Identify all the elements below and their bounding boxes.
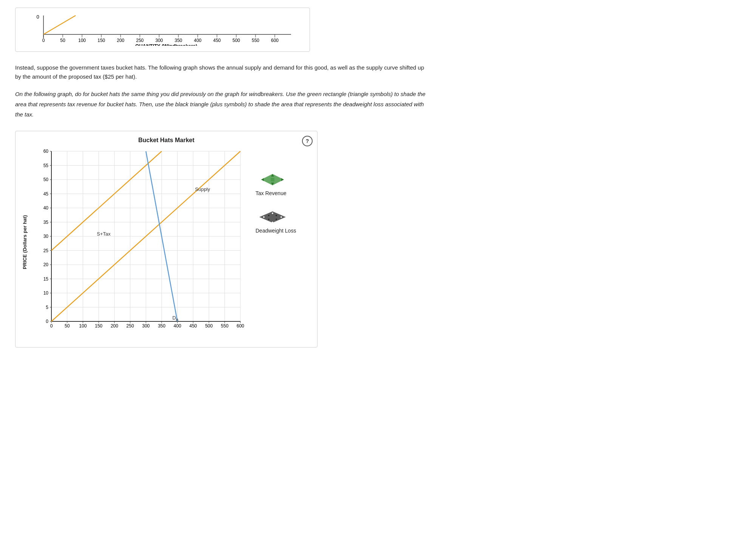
svg-text:50: 50 [65,323,70,329]
supply-label: Supply [195,186,210,192]
svg-text:450: 450 [189,323,197,329]
svg-marker-105 [261,178,264,181]
legend-area: Tax Revenue [248,147,311,245]
tax-revenue-label: Tax Revenue [256,190,311,196]
svg-text:30: 30 [43,234,49,239]
tax-revenue-icon [256,170,290,189]
svg-text:35: 35 [43,220,49,225]
italic-text: On the following graph, do for bucket ha… [15,91,426,118]
svg-text:0: 0 [50,323,53,329]
svg-text:400: 400 [194,38,201,43]
help-button[interactable]: ? [302,136,313,146]
main-chart-svg: 0 5 10 15 20 25 30 [29,147,248,340]
deadweight-loss-label: Deadweight Loss [256,228,311,234]
italic-instructions: On the following graph, do for bucket ha… [15,89,431,119]
legend-deadweight-loss: Deadweight Loss [256,208,311,234]
chart-title: Bucket Hats Market [21,137,311,144]
svg-text:60: 60 [43,149,49,154]
intro-paragraph: Instead, suppose the government taxes bu… [15,63,431,81]
svg-text:450: 450 [213,38,221,43]
svg-text:600: 600 [271,38,279,43]
chart-plot-area: 0 5 10 15 20 25 30 [29,147,248,341]
svg-text:15: 15 [43,276,49,282]
svg-text:350: 350 [175,38,182,43]
svg-text:150: 150 [98,38,105,43]
deadweight-loss-icon [256,208,290,226]
svg-text:550: 550 [252,38,259,43]
svg-text:20: 20 [43,262,49,267]
stax-label: S+Tax [97,231,111,237]
svg-text:500: 500 [232,38,240,43]
svg-text:10: 10 [43,290,49,296]
svg-text:500: 500 [205,323,213,329]
top-chart-svg: 0 0 50 100 150 200 250 300 350 400 450 5… [26,12,299,46]
svg-text:40: 40 [43,205,49,211]
legend-tax-revenue: Tax Revenue [256,170,311,196]
top-tick-label-0: 0 [42,38,45,43]
svg-text:300: 300 [142,323,150,329]
top-y-zero: 0 [36,14,39,20]
svg-text:50: 50 [60,38,65,43]
svg-text:0: 0 [46,319,48,324]
svg-text:150: 150 [95,323,102,329]
svg-text:200: 200 [117,38,124,43]
paragraph-text: Instead, suppose the government taxes bu… [15,64,424,80]
svg-text:45: 45 [43,191,49,197]
svg-text:400: 400 [173,323,181,329]
svg-rect-104 [271,178,274,181]
svg-text:55: 55 [43,163,49,168]
svg-text:25: 25 [43,248,49,253]
main-chart-container: ? Bucket Hats Market PRICE (Dollars per … [15,131,318,347]
chart-area: PRICE (Dollars per hat) [21,147,311,341]
svg-text:350: 350 [158,323,166,329]
svg-text:250: 250 [136,38,144,43]
top-supply-line [43,16,76,34]
svg-text:250: 250 [126,323,134,329]
top-chart-container: 0 0 50 100 150 200 250 300 350 400 450 5… [15,8,310,52]
svg-text:100: 100 [79,323,87,329]
top-x-axis-label: QUANTITY (Windbreakers) [135,43,197,46]
svg-text:5: 5 [46,305,48,310]
svg-marker-106 [281,178,284,181]
y-axis-label: PRICE (Dollars per hat) [22,215,28,269]
svg-text:100: 100 [78,38,86,43]
svg-text:300: 300 [155,38,163,43]
svg-text:50: 50 [43,177,49,182]
svg-text:550: 550 [221,323,228,329]
y-axis-label-container: PRICE (Dollars per hat) [21,147,29,337]
svg-text:200: 200 [111,323,118,329]
svg-text:600: 600 [237,323,244,329]
